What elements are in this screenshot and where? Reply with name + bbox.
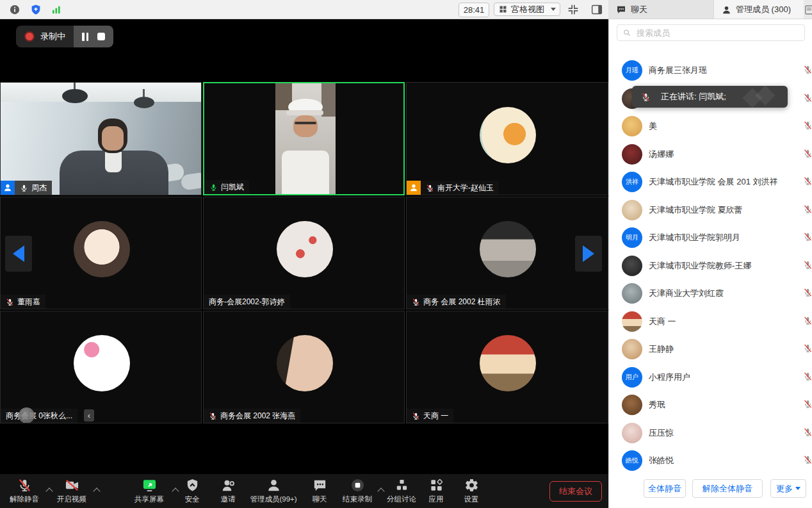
member-row[interactable]: 美	[609, 112, 812, 140]
member-row[interactable]: 天商 一	[609, 307, 812, 336]
unmute-button[interactable]: 解除静音	[5, 478, 44, 504]
muted-mic-icon[interactable]	[803, 176, 812, 186]
tab-manage-members[interactable]: 管理成员 (300)	[714, 0, 804, 19]
next-page-arrow[interactable]	[575, 236, 602, 272]
member-row[interactable]: 月瑶 商务展三张月瑶	[609, 56, 812, 85]
search-input[interactable]	[635, 28, 799, 38]
member-row[interactable]: 秀珉	[609, 391, 812, 419]
stop-record-icon	[350, 478, 365, 493]
pause-recording-button[interactable]	[82, 33, 88, 41]
avatar	[277, 221, 333, 277]
side-panel-toggle-icon[interactable]	[590, 3, 604, 17]
avatar	[622, 311, 642, 332]
video-tile-active-speaker[interactable]: 闫凯斌	[203, 82, 405, 195]
ceiling-lamp	[134, 97, 154, 108]
ceiling	[1, 83, 202, 102]
breakout-rooms-icon	[394, 478, 409, 493]
document-panel-icon[interactable]	[804, 4, 812, 15]
muted-mic-icon[interactable]	[803, 204, 812, 214]
stop-recording-button[interactable]	[97, 33, 105, 40]
video-tile[interactable]: 周杰	[0, 82, 202, 195]
recording-dot-icon	[24, 31, 35, 42]
participant-name: 商务会展 2002 张海燕	[220, 411, 295, 422]
member-name: 商务展三张月瑶	[649, 65, 707, 76]
grid-view-icon	[498, 4, 508, 14]
share-screen-button[interactable]: 共享屏幕	[129, 478, 170, 504]
start-video-button[interactable]: 开启视频	[53, 478, 91, 504]
muted-mic-icon[interactable]	[803, 120, 812, 130]
member-row[interactable]: 天津城市职业学院教师-王娜	[609, 252, 812, 280]
tab-chat[interactable]: 聊天	[608, 0, 714, 19]
breakout-rooms-button[interactable]: 分组讨论	[384, 478, 419, 504]
participant-name: 南开大学-赵仙玉	[437, 183, 494, 193]
muted-mic-icon[interactable]	[803, 427, 812, 437]
muted-mic-icon[interactable]	[803, 93, 812, 102]
member-row[interactable]: 汤娜娜	[609, 140, 812, 168]
muted-mic-icon[interactable]	[803, 65, 812, 74]
video-tile[interactable]: 商务-会展2002-郭诗婷	[203, 197, 405, 309]
member-row[interactable]: 王静静	[609, 335, 812, 363]
previous-page-arrow[interactable]	[5, 236, 32, 272]
more-button[interactable]: 更多	[770, 479, 806, 498]
muted-mic-icon	[6, 298, 14, 306]
video-tile[interactable]: 商务会展 0张秋么... ‹	[0, 311, 202, 423]
meeting-info-icon[interactable]	[9, 4, 20, 15]
video-tile[interactable]: 商务会展 2002 张海燕	[203, 311, 405, 423]
security-shield-icon	[185, 478, 200, 493]
exit-fullscreen-icon[interactable]	[566, 3, 580, 17]
muted-mic-icon[interactable]	[803, 288, 812, 297]
member-row[interactable]: 用户 小程序用户	[609, 363, 812, 391]
chat-button[interactable]: 聊天	[307, 478, 332, 504]
avatar: 皓悦	[622, 450, 642, 471]
member-search[interactable]	[617, 24, 805, 41]
muted-mic-icon[interactable]	[803, 455, 812, 464]
stop-recording-button[interactable]: 结束录制	[339, 478, 375, 504]
collapse-strip-chevron[interactable]: ‹	[84, 409, 94, 422]
avatar	[622, 339, 642, 359]
muted-mic-icon	[641, 92, 651, 102]
recording-indicator: 录制中	[16, 26, 113, 47]
host-badge-icon	[1, 181, 15, 195]
member-row[interactable]: 洪祥 天津城市职业学院 会展 201 刘洪祥	[609, 168, 812, 196]
chevron-down-icon	[795, 487, 800, 490]
person-icon	[266, 478, 281, 493]
settings-button[interactable]: 设置	[459, 478, 483, 504]
speaking-tooltip-text: 正在讲话: 闫凯斌;	[661, 91, 726, 102]
invite-person-icon	[221, 478, 236, 493]
mute-all-button[interactable]: 全体静音	[644, 479, 686, 498]
member-row[interactable]: 皓悦 张皓悦	[609, 447, 812, 475]
tab-chat-label: 聊天	[631, 4, 647, 15]
muted-mic-icon[interactable]	[803, 149, 812, 158]
network-signal-icon[interactable]	[51, 4, 62, 15]
video-tile[interactable]: 南开大学-赵仙玉	[406, 82, 608, 195]
end-meeting-button[interactable]: 结束会议	[549, 481, 602, 502]
muted-mic-icon[interactable]	[803, 399, 812, 409]
security-button[interactable]: 安全	[179, 478, 206, 504]
video-tile[interactable]: 天商 一	[406, 311, 608, 423]
view-mode-label: 宫格视图	[511, 4, 544, 15]
person-shirt	[282, 151, 329, 194]
avatar	[74, 221, 130, 277]
view-mode-dropdown[interactable]: 宫格视图	[494, 3, 560, 16]
muted-mic-icon[interactable]	[803, 260, 812, 270]
unmute-all-button[interactable]: 解除全体静音	[692, 479, 763, 498]
person-face	[293, 115, 318, 137]
muted-mic-icon[interactable]	[803, 372, 812, 381]
muted-mic-icon	[412, 298, 420, 306]
invite-button[interactable]: 邀请	[215, 478, 241, 504]
tab-members-label: 管理成员 (300)	[736, 4, 791, 15]
member-row[interactable]: 压压惊	[609, 419, 812, 447]
participant-name: 天商 一	[423, 411, 448, 422]
member-row[interactable]: 明月 天津城市职业学院郭明月	[609, 224, 812, 252]
manage-members-button[interactable]: 管理成员(99+)	[248, 478, 298, 504]
search-icon	[622, 28, 631, 37]
member-row[interactable]: 天津商业大学刘红霞	[609, 279, 812, 307]
muted-mic-icon[interactable]	[803, 343, 812, 353]
avatar	[74, 335, 130, 391]
member-row[interactable]: 天津城市职业学院 夏欣蕾	[609, 196, 812, 224]
encryption-shield-icon[interactable]	[30, 4, 42, 15]
apps-button[interactable]: 应用	[424, 478, 448, 504]
apps-icon	[429, 478, 444, 493]
muted-mic-icon[interactable]	[803, 232, 812, 242]
muted-mic-icon[interactable]	[803, 316, 812, 325]
